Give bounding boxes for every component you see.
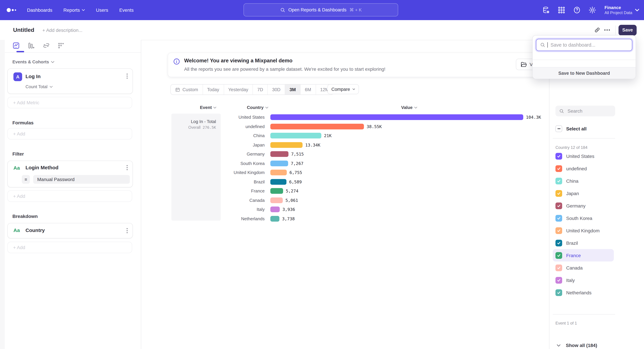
legend-item-china[interactable]: China (553, 175, 614, 187)
bar-segment[interactable] (270, 197, 283, 203)
tab-retention[interactable] (57, 42, 65, 49)
filter-operator[interactable]: = (22, 175, 30, 184)
tab-flows[interactable] (42, 42, 50, 49)
global-search-button[interactable]: Open Reports & Dashboards ⌘ + K (244, 3, 398, 16)
tab-funnels[interactable] (28, 42, 35, 49)
chevron-down-icon (265, 106, 268, 108)
nav-item-users[interactable]: Users (96, 7, 108, 13)
legend-item-germany[interactable]: Germany (553, 199, 614, 212)
legend-item-italy[interactable]: Italy (553, 274, 614, 286)
range-7d[interactable]: 7D (253, 84, 268, 94)
bar-segment[interactable] (270, 151, 288, 157)
country-checkbox[interactable] (556, 165, 562, 172)
dashboard-search-input[interactable] (550, 42, 625, 48)
bar-segment[interactable] (270, 179, 286, 185)
legend-item-south-korea[interactable]: South Korea (553, 212, 614, 224)
select-all-checkbox-indeterminate[interactable] (556, 125, 562, 132)
country-checkbox[interactable] (556, 190, 562, 197)
save-button[interactable]: Save (618, 25, 636, 35)
range-custom[interactable]: Custom (171, 84, 203, 94)
chart-row: Japan13.34K (181, 140, 547, 150)
events-cohorts-section-label[interactable]: Events & Cohorts (12, 59, 54, 64)
bar-segment[interactable] (270, 161, 288, 166)
country-checkbox[interactable] (556, 202, 562, 209)
add-breakdown-button[interactable]: + Add (8, 242, 132, 253)
add-filter-button[interactable]: + Add (8, 190, 132, 202)
bar-segment[interactable] (270, 142, 302, 148)
legend-item-canada[interactable]: Canada (553, 262, 614, 274)
show-all-button[interactable]: Show all (184) (553, 339, 614, 349)
column-header-value[interactable]: Value (401, 105, 417, 110)
country-checkbox[interactable] (556, 289, 562, 296)
add-description-field[interactable]: + Add description... (42, 27, 82, 33)
add-formula-button[interactable]: + Add (8, 128, 132, 139)
column-header-event[interactable]: Event (200, 105, 216, 110)
country-checkbox[interactable] (556, 153, 562, 159)
select-all-row[interactable]: Select all (556, 125, 586, 132)
divider (533, 60, 636, 60)
event-group-label: Event 1 of 1 (556, 321, 577, 326)
range-yesterday[interactable]: Yesterday (224, 84, 253, 94)
save-to-new-dashboard-button[interactable]: Save to New Dashboard (533, 67, 636, 79)
breakdown-property-name[interactable]: Country (26, 227, 45, 233)
bar-segment[interactable] (270, 114, 523, 120)
dashboard-search-field[interactable] (536, 39, 632, 51)
filter-property-name[interactable]: Login Method (26, 165, 58, 170)
column-header-country[interactable]: Country (247, 105, 268, 110)
nav-item-dashboards[interactable]: Dashboards (27, 7, 52, 13)
copy-link-icon[interactable] (592, 25, 602, 35)
country-checkbox[interactable] (556, 277, 562, 284)
more-options-icon[interactable] (602, 25, 612, 35)
report-title[interactable]: Untitled (13, 27, 34, 33)
help-icon[interactable] (573, 6, 581, 14)
add-metric-button[interactable]: + Add Metric (8, 97, 132, 108)
breakdown-card[interactable]: Aa Country (8, 223, 133, 238)
range-today[interactable]: Today (203, 84, 224, 94)
legend-item-united-states[interactable]: United States (553, 150, 614, 162)
legend-item-united-kingdom[interactable]: United Kingdom (553, 224, 614, 237)
kebab-menu-icon[interactable] (126, 228, 128, 233)
bar-segment[interactable] (270, 216, 280, 222)
kebab-menu-icon[interactable] (126, 73, 128, 79)
legend-item-japan[interactable]: Japan (553, 187, 614, 199)
country-checkbox[interactable] (556, 264, 562, 271)
range-6m[interactable]: 6M (300, 84, 316, 94)
filter-card[interactable]: Aa Login Method = Manual Password (8, 161, 133, 187)
nav-item-reports[interactable]: Reports (64, 7, 85, 13)
data-management-icon[interactable] (542, 6, 550, 14)
nav-item-events[interactable]: Events (119, 7, 134, 13)
legend-search-input[interactable] (567, 108, 612, 114)
apps-grid-icon[interactable] (558, 6, 566, 14)
project-selector[interactable]: Finance All Project Data (604, 5, 632, 15)
bar-segment[interactable] (270, 124, 364, 129)
legend-item-undefined[interactable]: undefined (553, 162, 614, 175)
chevron-down-icon (50, 86, 52, 88)
range-3m[interactable]: 3M (285, 84, 300, 94)
country-checkbox[interactable] (556, 252, 562, 259)
filter-value[interactable]: Manual Password (33, 175, 130, 184)
metric-card[interactable]: A Log In Count Total (8, 68, 133, 94)
legend-item-brazil[interactable]: Brazil (553, 237, 614, 249)
country-checkbox[interactable] (556, 215, 562, 221)
bar-segment[interactable] (270, 170, 287, 176)
metric-event-name[interactable]: Log In (26, 73, 40, 79)
aggregation-selector[interactable]: Count Total (26, 84, 52, 89)
chevron-down-icon[interactable] (635, 9, 639, 11)
query-builder-sidebar: Events & Cohorts A Log In Count Total + … (5, 40, 141, 349)
kebab-menu-icon[interactable] (126, 165, 128, 170)
country-checkbox[interactable] (556, 227, 562, 234)
country-checkbox[interactable] (556, 178, 562, 184)
compare-button[interactable]: Compare (327, 84, 359, 94)
bar-segment[interactable] (270, 133, 321, 139)
country-checkbox[interactable] (556, 240, 562, 246)
bar-segment[interactable] (270, 207, 280, 212)
settings-gear-icon[interactable] (588, 6, 596, 14)
legend-item-france[interactable]: France (553, 249, 614, 262)
country-group-label: Country 12 of 184 (556, 145, 588, 150)
bar-segment[interactable] (270, 188, 283, 194)
tab-insights[interactable] (12, 42, 20, 49)
legend-item-netherlands[interactable]: Netherlands (553, 286, 614, 299)
range-30d[interactable]: 30D (268, 84, 285, 94)
mixpanel-logo[interactable] (7, 8, 16, 12)
legend-search[interactable] (556, 106, 615, 116)
